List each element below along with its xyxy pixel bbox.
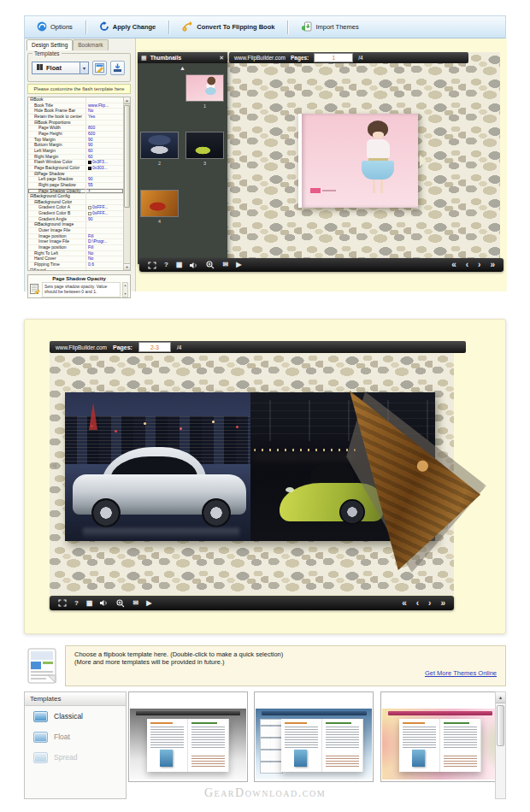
setting-row[interactable]: Page Width 800 [28,126,123,132]
setting-row[interactable]: Page Height 600 [28,132,123,138]
sound-icon[interactable] [100,599,109,607]
template-list-item[interactable]: Float [25,727,126,747]
autoplay-icon[interactable]: ▶ [146,600,151,607]
setting-value[interactable] [86,222,123,227]
help-icon[interactable]: ? [74,600,79,607]
setting-row[interactable]: Right Margin 60 [28,155,123,161]
fullscreen-icon[interactable] [148,262,156,269]
scroll-up-icon[interactable]: ▲ [124,97,130,104]
setting-value[interactable]: Yes [86,115,123,120]
convert-button[interactable]: Convert To Flipping Book [177,19,280,36]
flip-next-corner[interactable] [420,155,427,167]
setting-row[interactable]: ⊟Book Proportions [28,121,123,127]
thumbnails-icon[interactable]: ▦ [176,262,183,268]
template-card[interactable] [128,691,248,782]
import-themes-button[interactable]: Import Themes [296,19,363,36]
scrollbar-thumb[interactable] [497,705,504,746]
setting-value[interactable]: 90 [86,217,123,222]
close-icon[interactable]: ✕ [219,55,224,62]
flipbook-cover-page[interactable] [298,114,418,208]
template-dropdown-arrow[interactable]: ▾ [80,62,89,74]
setting-value[interactable] [86,194,123,199]
site-link[interactable]: www.FlipBuilder.com [234,55,286,61]
edit-template-button[interactable] [92,61,107,75]
setting-row[interactable]: Left Margin 60 [28,149,123,155]
setting-value[interactable]: 0.6 [86,262,123,268]
setting-value[interactable]: 55 [86,183,123,188]
setting-value[interactable] [86,172,123,177]
setting-row[interactable]: Right To Left No [28,251,123,257]
setting-row[interactable]: ⊟Background Image [28,222,123,228]
share-icon[interactable]: ✉ [132,600,138,607]
first-page-button[interactable]: « [402,599,407,608]
setting-value[interactable]: 0xFFF... [86,205,123,210]
setting-value[interactable]: 800 [86,126,123,131]
setting-value[interactable] [86,228,123,233]
setting-value[interactable] [86,268,123,270]
last-page-button[interactable]: » [440,599,445,608]
import-template-button[interactable] [110,61,125,75]
setting-value[interactable]: No [86,251,123,256]
apply-change-button[interactable]: Apply Change [94,19,161,36]
setting-row[interactable]: Gradient Color B 0xFFF... [28,211,123,217]
setting-value[interactable] [86,97,123,103]
setting-value[interactable]: 0x303... [86,166,123,171]
setting-row[interactable]: Inner Image File D:\Progr... [28,239,123,245]
setting-value[interactable]: www.Flip... [86,103,123,109]
left-page[interactable] [65,392,250,541]
page-thumbnail[interactable] [140,190,179,217]
setting-value[interactable]: 600 [86,132,123,137]
setting-row[interactable]: Page Shadow Opacity 1 [28,189,123,195]
share-icon[interactable]: ✉ [222,262,228,268]
setting-row[interactable]: ⊟Sound [28,268,123,270]
prev-page-button[interactable]: ‹ [416,599,419,608]
setting-value[interactable]: No [86,256,123,262]
setting-value[interactable]: Fill [86,234,123,239]
scrollbar-thumb[interactable] [124,105,130,208]
next-page-button[interactable]: › [478,261,480,269]
autoplay-icon[interactable]: ▶ [236,262,241,268]
setting-value[interactable]: 60 [86,155,123,160]
setting-value[interactable]: 90 [86,177,123,182]
setting-value[interactable]: 90 [86,138,123,143]
setting-row[interactable]: Hide Book Frame Bar No [28,109,123,115]
template-card[interactable] [254,691,374,782]
template-list-item[interactable]: Spread [25,747,126,768]
setting-value[interactable]: No [86,109,123,114]
setting-row[interactable]: Page Background Color 0x303... [28,166,123,172]
setting-row[interactable]: Flash Window Color 0x3F3... [28,160,123,166]
scroll-down-icon[interactable]: ▼ [124,263,130,270]
setting-value[interactable] [86,200,123,205]
zoom-in-icon[interactable] [206,261,215,269]
site-link[interactable]: www.FlipBuilder.com [56,344,107,350]
get-more-themes-link[interactable]: Get More Themes Online [425,669,497,677]
options-button[interactable]: Options [32,19,78,36]
setting-value[interactable] [86,121,123,126]
scroll-up-icon[interactable]: ▲ [138,65,227,71]
page-number-input[interactable] [138,342,171,352]
setting-row[interactable]: Bottom Margin 90 [28,143,123,149]
help-scrollbar[interactable]: ▲▼ [122,282,128,297]
setting-row[interactable]: ⊟Book [28,97,123,103]
setting-row[interactable]: Right page Shadow 55 [28,183,123,189]
setting-row[interactable]: ⊟Background Config [28,194,123,200]
setting-row[interactable]: Top Margin 90 [28,138,123,144]
setting-row[interactable]: Outer Image File [28,228,123,234]
page-thumbnail[interactable] [186,132,224,159]
setting-value[interactable]: 0x3F3... [86,160,123,165]
setting-value[interactable]: Fill [86,245,123,250]
template-card[interactable] [380,691,500,782]
page-thumbnail[interactable] [186,74,224,102]
setting-value[interactable]: 90 [86,143,123,148]
prev-page-button[interactable]: ‹ [466,261,468,269]
setting-value[interactable]: 60 [86,149,123,154]
template-list-item[interactable]: Classical [25,706,126,727]
scroll-up-icon[interactable]: ▲ [496,692,505,703]
tab-bookmark[interactable]: Bookmark [73,39,108,50]
tab-design-setting[interactable]: Design Setting [26,39,73,50]
previews-scrollbar[interactable]: ▲ [495,691,506,799]
help-icon[interactable]: ? [164,262,168,268]
page-thumbnail[interactable] [140,132,179,159]
sound-icon[interactable] [190,262,198,269]
page-number-input[interactable] [314,53,353,62]
